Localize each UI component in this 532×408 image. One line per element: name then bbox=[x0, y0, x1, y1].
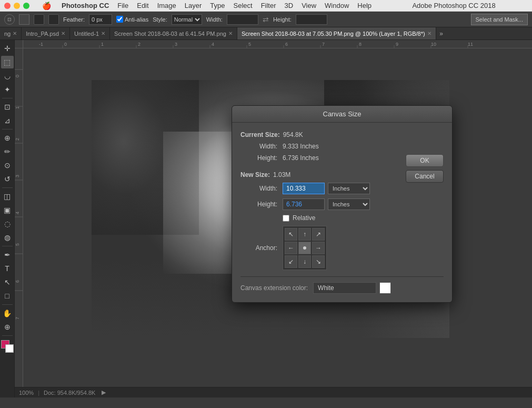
anchor-bc[interactable]: ↓ bbox=[298, 255, 311, 268]
tool-path-select[interactable]: ↖ bbox=[1, 276, 14, 288]
tool-mode-rect[interactable] bbox=[19, 14, 29, 25]
tool-mode-add[interactable] bbox=[48, 14, 59, 25]
anchor-ml[interactable]: ← bbox=[285, 242, 297, 254]
tabs-overflow-button[interactable]: » bbox=[436, 27, 447, 40]
antialias-checkbox[interactable] bbox=[116, 16, 123, 23]
minimize-button[interactable] bbox=[14, 3, 20, 9]
tool-mode-fixed[interactable] bbox=[34, 14, 44, 25]
select-mask-button[interactable]: Select and Mask... bbox=[471, 14, 528, 25]
svg-text:3: 3 bbox=[15, 175, 20, 177]
anchor-bl[interactable]: ↙ bbox=[285, 255, 297, 268]
new-height-input[interactable] bbox=[283, 198, 325, 210]
anchor-label: Anchor: bbox=[240, 244, 277, 252]
svg-text:1: 1 bbox=[101, 42, 104, 47]
close-button[interactable] bbox=[4, 3, 11, 9]
background-color[interactable] bbox=[5, 344, 14, 353]
maximize-button[interactable] bbox=[23, 3, 29, 9]
anchor-mr-arrow: → bbox=[315, 244, 322, 252]
anchor-tr[interactable]: ↗ bbox=[312, 228, 325, 241]
menu-window[interactable]: Window bbox=[325, 2, 349, 9]
relative-checkbox[interactable] bbox=[283, 215, 289, 222]
apple-menu[interactable]: 🍎 bbox=[42, 2, 51, 10]
tab-close-4[interactable]: ✕ bbox=[427, 31, 431, 36]
new-size-label: New Size: bbox=[240, 171, 270, 178]
current-width-label: Width: bbox=[240, 143, 277, 150]
menu-view[interactable]: View bbox=[302, 2, 316, 9]
tool-eraser[interactable]: ◫ bbox=[1, 190, 14, 203]
tool-brush[interactable]: ✏ bbox=[1, 145, 14, 158]
doc-info-arrow[interactable]: ▶ bbox=[102, 389, 106, 396]
anchor-mc[interactable] bbox=[298, 242, 311, 254]
width-label: Width: bbox=[206, 16, 223, 23]
menu-filter[interactable]: Filter bbox=[261, 2, 276, 9]
tool-zoom[interactable]: ⊕ bbox=[1, 321, 14, 333]
tool-hand[interactable]: ✋ bbox=[1, 307, 14, 320]
menu-3d[interactable]: 3D bbox=[285, 2, 294, 9]
width-unit-select[interactable]: Inches Pixels Centimeters Millimeters Po… bbox=[328, 183, 370, 194]
height-input[interactable] bbox=[296, 14, 327, 25]
menu-select[interactable]: Select bbox=[233, 2, 252, 9]
tool-pen[interactable]: ✒ bbox=[1, 248, 14, 261]
tool-lasso[interactable]: ◡ bbox=[1, 69, 14, 82]
tab-4[interactable]: Screen Shot 2018-08-03 at 7.05.30 PM.png… bbox=[237, 27, 436, 40]
tool-crop[interactable]: ⊡ bbox=[1, 101, 14, 113]
tool-spot-heal[interactable]: ⊕ bbox=[1, 132, 14, 144]
menu-layer[interactable]: Layer bbox=[185, 2, 202, 9]
toolbar: ✛ ⬚ ◡ ✦ ⊡ ⊿ ⊕ ✏ ⊙ ↺ ◫ ▣ ◌ ◍ ✒ T ↖ □ ✋ ⊕ bbox=[0, 40, 15, 397]
anchor-tc[interactable]: ↑ bbox=[298, 228, 311, 241]
tool-marquee[interactable]: ⬚ bbox=[1, 56, 14, 68]
tab-close-3[interactable]: ✕ bbox=[228, 31, 233, 36]
ok-button[interactable]: OK bbox=[406, 154, 444, 167]
tool-magic-wand[interactable]: ✦ bbox=[1, 83, 14, 96]
tab-3[interactable]: Screen Shot 2018-08-03 at 6.41.54 PM.png… bbox=[110, 27, 237, 40]
current-size-value: 954.8K bbox=[283, 131, 303, 138]
tool-dodge[interactable]: ◍ bbox=[1, 231, 14, 244]
menu-help[interactable]: Help bbox=[357, 2, 372, 9]
tool-clone[interactable]: ⊙ bbox=[1, 159, 14, 172]
menu-file[interactable]: File bbox=[117, 2, 128, 9]
svg-text:2: 2 bbox=[138, 42, 140, 47]
tool-shape[interactable]: □ bbox=[1, 290, 14, 302]
tool-blur[interactable]: ◌ bbox=[1, 217, 14, 230]
menu-type[interactable]: Type bbox=[210, 2, 225, 9]
anchor-tc-arrow: ↑ bbox=[303, 231, 306, 238]
tool-history[interactable]: ↺ bbox=[1, 173, 14, 185]
tab-close-1[interactable]: ✕ bbox=[61, 31, 65, 36]
svg-text:10: 10 bbox=[431, 42, 436, 47]
menu-edit[interactable]: Edit bbox=[137, 2, 148, 9]
anchor-br[interactable]: ↘ bbox=[312, 255, 325, 268]
anchor-tl[interactable]: ↖ bbox=[285, 228, 297, 241]
tool-eyedropper[interactable]: ⊿ bbox=[1, 114, 14, 127]
tool-text[interactable]: T bbox=[1, 262, 14, 275]
anchor-center-dot bbox=[303, 246, 306, 250]
anchor-mr[interactable]: → bbox=[312, 242, 325, 254]
tab-1[interactable]: Intro_PA.psd ✕ bbox=[22, 27, 70, 40]
tab-2[interactable]: Untitled-1 ✕ bbox=[70, 27, 110, 40]
svg-text:-1: -1 bbox=[39, 42, 43, 47]
height-unit-select[interactable]: Inches Pixels Centimeters Millimeters Po… bbox=[328, 198, 370, 210]
feather-input[interactable] bbox=[89, 14, 112, 25]
swap-icon[interactable]: ⇄ bbox=[263, 15, 269, 24]
style-select[interactable]: Normal bbox=[172, 14, 202, 25]
tab-close-2[interactable]: ✕ bbox=[101, 31, 105, 36]
new-width-input[interactable] bbox=[283, 183, 325, 194]
tool-move[interactable]: ✛ bbox=[1, 42, 14, 55]
width-input[interactable] bbox=[227, 14, 258, 25]
svg-text:6: 6 bbox=[15, 280, 20, 283]
canvas-ext-swatch[interactable] bbox=[379, 282, 391, 294]
tool-preset-picker[interactable]: ⊡ bbox=[4, 14, 15, 25]
svg-text:2: 2 bbox=[15, 138, 20, 141]
tab-label-0: ng bbox=[4, 31, 11, 37]
tab-label-1: Intro_PA.psd bbox=[26, 31, 59, 37]
canvas-ext-row: Canvas extension color: bbox=[240, 276, 444, 294]
cancel-button[interactable]: Cancel bbox=[406, 170, 444, 183]
tab-close-0[interactable]: ✕ bbox=[13, 31, 17, 36]
tool-gradient[interactable]: ▣ bbox=[1, 204, 14, 216]
tool-divider-2 bbox=[2, 129, 13, 130]
tab-label-4: Screen Shot 2018-08-03 at 7.05.30 PM.png… bbox=[242, 31, 425, 37]
canvas-ext-input[interactable] bbox=[313, 282, 376, 294]
window-title: Adobe Photoshop CC 2018 bbox=[380, 2, 528, 9]
relative-row: Relative bbox=[240, 214, 444, 222]
tab-0[interactable]: ng ✕ bbox=[0, 27, 22, 40]
menu-image[interactable]: Image bbox=[157, 2, 176, 9]
